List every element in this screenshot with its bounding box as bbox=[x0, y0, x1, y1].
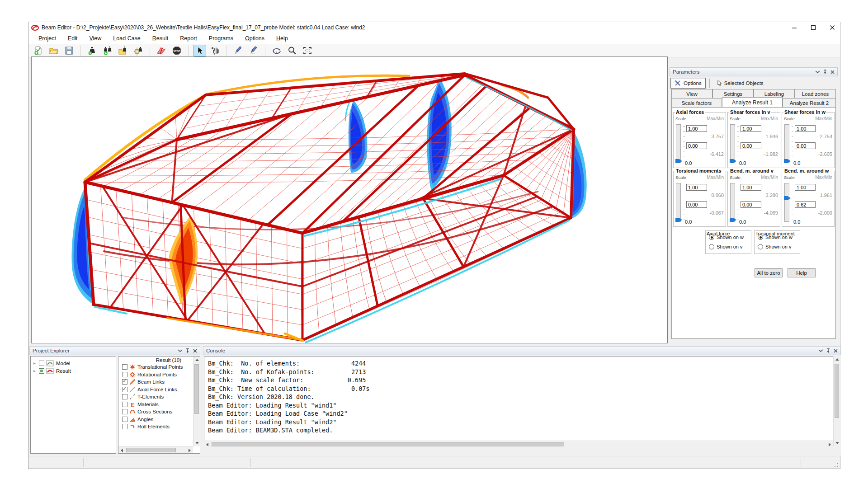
expand-icon[interactable]: ▸ bbox=[33, 361, 37, 366]
all-to-zero-button[interactable]: All to zero bbox=[755, 268, 783, 277]
expand-icon[interactable]: ▸ bbox=[33, 368, 37, 373]
radio-shown-on-w[interactable]: Shown on w bbox=[709, 235, 744, 240]
selected-objects-button[interactable]: Selected Objects bbox=[713, 78, 767, 89]
menu-programs[interactable]: Programs bbox=[209, 35, 233, 42]
close-icon[interactable] bbox=[834, 349, 838, 353]
list-item-rotational-points[interactable]: Rotational Points bbox=[118, 371, 193, 379]
open-load-case-icon[interactable] bbox=[117, 45, 129, 56]
offset-input[interactable] bbox=[741, 142, 761, 149]
menu-report[interactable]: Report bbox=[180, 35, 197, 42]
menu-help[interactable]: Help bbox=[276, 35, 288, 42]
scale-input[interactable] bbox=[686, 125, 707, 132]
console-horizontal-scrollbar[interactable] bbox=[204, 441, 833, 447]
list-item-roll-elements[interactable]: Roll Elements bbox=[118, 423, 193, 431]
menu-edit[interactable]: Edit bbox=[68, 35, 78, 42]
stop-icon[interactable]: STOP bbox=[170, 45, 183, 56]
close-icon[interactable] bbox=[193, 349, 197, 353]
scale-slider[interactable] bbox=[676, 124, 681, 163]
minimize-button[interactable] bbox=[791, 24, 797, 31]
scale-slider[interactable] bbox=[784, 183, 789, 222]
chevron-down-icon[interactable] bbox=[178, 349, 182, 352]
zoom-icon[interactable] bbox=[286, 45, 298, 56]
scale-slider[interactable] bbox=[784, 124, 789, 163]
tab-analyze-result-2[interactable]: Analyze Result 2 bbox=[783, 98, 836, 107]
options-button[interactable]: Options bbox=[670, 78, 706, 89]
menu-loadcase[interactable]: Load Case bbox=[113, 35, 140, 42]
list-item-t-elements[interactable]: T-Elements bbox=[118, 393, 193, 401]
tab-scale-factors[interactable]: Scale factors bbox=[671, 98, 722, 107]
tree-item-model[interactable]: ▸ Model bbox=[31, 359, 116, 367]
radio-dot[interactable] bbox=[709, 235, 714, 240]
radio-shown-on-v[interactable]: Shown on v bbox=[758, 244, 791, 249]
model-viewport[interactable] bbox=[31, 56, 668, 343]
pin-icon[interactable] bbox=[826, 348, 830, 353]
radio-shown-on-w[interactable]: Shown on w bbox=[758, 235, 793, 240]
min-value: -6.412 bbox=[710, 151, 724, 157]
tree-item-result[interactable]: ▸ Result bbox=[31, 367, 116, 375]
radio-dot[interactable] bbox=[758, 235, 763, 240]
tab-load-zones[interactable]: Load zones bbox=[795, 89, 836, 98]
list-item-translational-points[interactable]: Translational Points bbox=[118, 363, 193, 371]
console-line: Beam Editor: Loading Load Case "wind2" bbox=[208, 409, 829, 418]
pin-icon[interactable] bbox=[186, 348, 189, 353]
close-button[interactable] bbox=[829, 24, 835, 31]
offset-input[interactable] bbox=[741, 201, 761, 208]
list-item-axial-force-links[interactable]: Axial Force Links bbox=[118, 386, 193, 394]
tab-labeling[interactable]: Labeling bbox=[754, 89, 795, 98]
console-vertical-scrollbar[interactable] bbox=[833, 356, 840, 446]
close-icon[interactable] bbox=[830, 70, 835, 74]
chevron-down-icon[interactable] bbox=[819, 349, 823, 352]
model-checkbox[interactable] bbox=[39, 361, 44, 366]
add-load-icon[interactable] bbox=[86, 45, 99, 56]
help-button[interactable]: Help bbox=[788, 268, 816, 277]
radio-dot[interactable] bbox=[709, 244, 714, 249]
calculate-icon[interactable] bbox=[155, 45, 168, 56]
scale-input[interactable] bbox=[795, 184, 816, 191]
tab-analyze-result-1[interactable]: Analyze Result 1 bbox=[722, 97, 783, 107]
scale-slider[interactable] bbox=[730, 183, 735, 222]
tab-view[interactable]: View bbox=[671, 89, 712, 98]
tab-settings[interactable]: Settings bbox=[712, 89, 754, 98]
radio-dot[interactable] bbox=[758, 244, 763, 249]
scale-group-bend-v: Bend. m. around v Scale Max/Min 3.280 -4… bbox=[727, 171, 780, 227]
list-vertical-scrollbar[interactable] bbox=[193, 357, 200, 446]
roll-elements-icon bbox=[129, 423, 136, 430]
scale-input[interactable] bbox=[795, 125, 816, 132]
scale-input[interactable] bbox=[741, 184, 761, 191]
menu-result[interactable]: Result bbox=[152, 35, 168, 42]
add-load-case-icon[interactable] bbox=[101, 45, 114, 56]
offset-input[interactable] bbox=[795, 201, 816, 208]
list-item-angles[interactable]: Angles bbox=[118, 416, 193, 423]
menu-options[interactable]: Options bbox=[245, 35, 264, 42]
orbit-icon[interactable] bbox=[270, 45, 283, 56]
radio-shown-on-v[interactable]: Shown on v bbox=[709, 244, 742, 249]
maximize-button[interactable] bbox=[810, 24, 816, 31]
chevron-down-icon[interactable] bbox=[816, 70, 820, 73]
menu-project[interactable]: Project bbox=[38, 35, 56, 42]
save-icon[interactable] bbox=[63, 45, 75, 56]
list-item-materials[interactable]: E Materials bbox=[118, 401, 193, 408]
load-case-settings-icon[interactable] bbox=[132, 45, 145, 56]
offset-input[interactable] bbox=[795, 142, 816, 149]
open-project-icon[interactable] bbox=[47, 45, 60, 56]
scale-input[interactable] bbox=[741, 125, 761, 132]
list-horizontal-scrollbar[interactable] bbox=[118, 446, 193, 453]
scale-input[interactable] bbox=[686, 184, 707, 191]
select-cursor-icon[interactable] bbox=[193, 45, 206, 56]
list-item-beam-links[interactable]: Beam Links bbox=[118, 378, 193, 386]
resize-grip[interactable] bbox=[834, 462, 839, 468]
draw-beam-icon[interactable] bbox=[232, 45, 245, 56]
scale-slider[interactable] bbox=[730, 124, 735, 163]
max-value: 3.757 bbox=[711, 134, 724, 139]
draw-link-icon[interactable] bbox=[247, 45, 260, 56]
scale-slider[interactable] bbox=[676, 183, 681, 222]
list-item-cross-sections[interactable]: Cross Sections bbox=[118, 408, 193, 416]
result-checkbox[interactable] bbox=[39, 368, 44, 374]
pin-icon[interactable] bbox=[823, 70, 827, 74]
new-model-icon[interactable] bbox=[32, 45, 45, 56]
offset-input[interactable] bbox=[686, 201, 707, 208]
pan-hand-icon[interactable] bbox=[209, 45, 222, 56]
zoom-extents-icon[interactable] bbox=[301, 45, 314, 56]
menu-view[interactable]: View bbox=[89, 35, 101, 42]
offset-input[interactable] bbox=[686, 142, 707, 149]
